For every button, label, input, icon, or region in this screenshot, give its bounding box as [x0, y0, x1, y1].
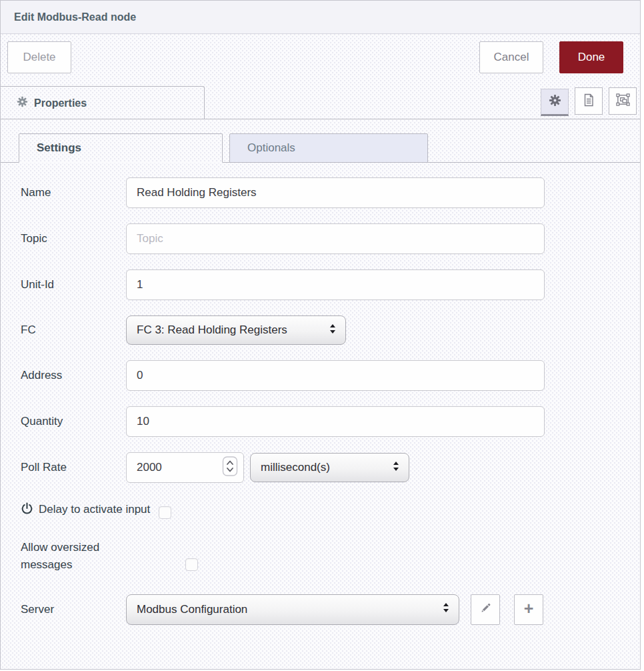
settings-tab-bar: Settings Optionals [1, 133, 640, 163]
dialog-title: Edit Modbus-Read node [14, 11, 136, 23]
oversized-row: Allow oversized messages [21, 539, 640, 574]
server-selected-value: Modbus Configuration [137, 603, 247, 616]
add-server-button[interactable]: + [514, 594, 543, 625]
select-arrows-icon [392, 460, 400, 476]
topic-label: Topic [21, 232, 126, 245]
oversized-label: Allow oversized messages [21, 539, 121, 574]
address-row: Address [21, 360, 640, 391]
delete-button[interactable]: Delete [7, 41, 71, 73]
settings-form: Name Topic Unit-Id FC FC 3: Read Holding… [1, 163, 640, 625]
fc-selected-value: FC 3: Read Holding Registers [137, 323, 287, 337]
properties-tab-label: Properties [34, 97, 87, 109]
server-label: Server [21, 603, 126, 616]
delay-label: Delay to activate input [39, 501, 150, 518]
cancel-button[interactable]: Cancel [479, 41, 543, 73]
object-group-icon [616, 93, 630, 109]
name-row: Name [21, 177, 640, 208]
tab-properties[interactable]: Properties [1, 86, 205, 119]
poll-rate-unit-value: millisecond(s) [261, 461, 330, 474]
poll-rate-label: Poll Rate [21, 461, 126, 474]
delay-checkbox[interactable] [159, 506, 171, 519]
topic-row: Topic [21, 223, 640, 254]
properties-tab-row: Properties [1, 85, 640, 119]
quantity-input[interactable] [126, 406, 545, 437]
server-select[interactable]: Modbus Configuration [126, 594, 459, 625]
select-arrows-icon [329, 323, 337, 338]
select-arrows-icon [442, 602, 450, 617]
poll-rate-input[interactable] [137, 461, 222, 474]
unit-id-label: Unit-Id [21, 278, 126, 291]
gear-icon [17, 96, 28, 110]
name-label: Name [21, 186, 126, 199]
tab-optionals[interactable]: Optionals [229, 133, 428, 163]
poll-rate-input-wrap [126, 452, 244, 483]
object-group-button[interactable] [609, 87, 637, 115]
properties-view-button[interactable] [541, 89, 569, 116]
document-icon [582, 93, 595, 109]
edit-server-button[interactable] [471, 594, 500, 625]
unit-id-input[interactable] [126, 269, 545, 300]
dialog-toolbar: Delete Cancel Done [1, 34, 640, 85]
server-row: Server Modbus Configuration [21, 594, 640, 625]
fc-row: FC FC 3: Read Holding Registers [21, 315, 640, 345]
tab-settings[interactable]: Settings [19, 133, 223, 163]
dialog-header: Edit Modbus-Read node [1, 1, 640, 34]
oversized-checkbox[interactable] [185, 558, 198, 571]
number-stepper[interactable] [222, 456, 238, 480]
address-label: Address [21, 369, 126, 382]
delay-row: Delay to activate input [21, 501, 640, 519]
edit-node-dialog: Edit Modbus-Read node Delete Cancel Done [0, 0, 641, 670]
topic-input[interactable] [126, 223, 545, 254]
fc-select[interactable]: FC 3: Read Holding Registers [126, 315, 346, 345]
fc-label: FC [21, 323, 126, 337]
power-icon [21, 502, 33, 518]
quantity-label: Quantity [21, 415, 126, 428]
quantity-row: Quantity [21, 406, 640, 437]
done-button[interactable]: Done [559, 41, 623, 73]
poll-rate-row: Poll Rate millisecond(s) [21, 452, 640, 483]
tray-content: Settings Optionals Name Topic Unit-Id FC [1, 119, 640, 625]
poll-rate-unit-select[interactable]: millisecond(s) [250, 453, 409, 482]
name-input[interactable] [126, 177, 545, 208]
plus-icon: + [524, 600, 534, 617]
unit-id-row: Unit-Id [21, 269, 640, 300]
pencil-icon [480, 602, 491, 616]
gear-icon [549, 94, 561, 109]
node-description-button[interactable] [575, 87, 603, 115]
address-input[interactable] [126, 360, 545, 391]
